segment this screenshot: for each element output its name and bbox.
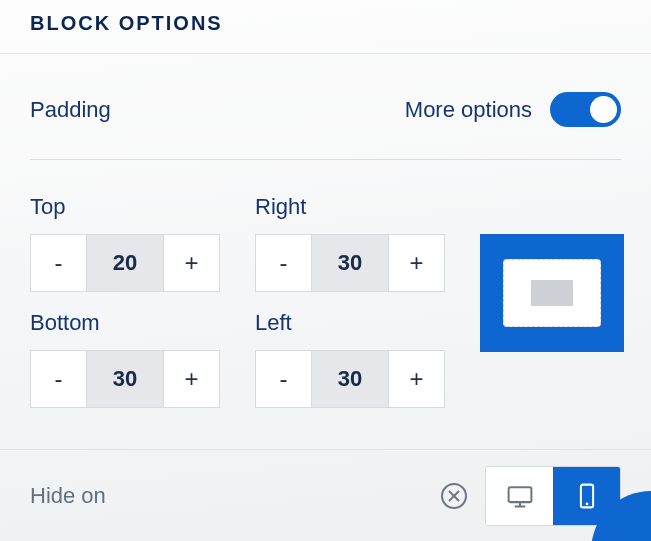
padding-preview	[480, 194, 624, 426]
padding-top-decrement[interactable]: -	[31, 235, 86, 291]
more-options-toggle[interactable]	[550, 92, 621, 127]
padding-top-value[interactable]: 20	[86, 235, 164, 291]
padding-top-increment[interactable]: +	[164, 235, 219, 291]
padding-bottom-stepper: - 30 +	[30, 350, 220, 408]
padding-bottom-cell: Bottom - 30 +	[30, 310, 255, 408]
desktop-icon	[506, 482, 534, 510]
padding-bottom-value[interactable]: 30	[86, 351, 164, 407]
padding-bottom-decrement[interactable]: -	[31, 351, 86, 407]
svg-point-6	[585, 502, 588, 505]
padding-row: Padding More options	[30, 92, 621, 160]
padding-left-cell: Left - 30 +	[255, 310, 480, 408]
mobile-icon	[573, 482, 601, 510]
padding-label: Padding	[30, 97, 111, 123]
padding-right-stepper: - 30 +	[255, 234, 445, 292]
more-options-label: More options	[405, 97, 532, 123]
padding-left-value[interactable]: 30	[311, 351, 389, 407]
padding-right-cell: Right - 30 +	[255, 194, 480, 292]
padding-right-value[interactable]: 30	[311, 235, 389, 291]
close-icon	[448, 490, 460, 502]
padding-right-increment[interactable]: +	[389, 235, 444, 291]
padding-top-label: Top	[30, 194, 255, 220]
padding-top-stepper: - 20 +	[30, 234, 220, 292]
padding-left-stepper: - 30 +	[255, 350, 445, 408]
padding-bottom-increment[interactable]: +	[164, 351, 219, 407]
panel-header: BLOCK OPTIONS	[0, 0, 651, 54]
svg-rect-2	[508, 487, 531, 502]
hide-on-label: Hide on	[30, 483, 106, 509]
device-desktop-tab[interactable]	[486, 467, 553, 525]
padding-left-increment[interactable]: +	[389, 351, 444, 407]
hide-on-row: Hide on	[0, 449, 651, 541]
padding-top-cell: Top - 20 +	[30, 194, 255, 292]
padding-left-decrement[interactable]: -	[256, 351, 311, 407]
padding-left-label: Left	[255, 310, 480, 336]
padding-right-decrement[interactable]: -	[256, 235, 311, 291]
clear-hide-button[interactable]	[441, 483, 467, 509]
panel-title: BLOCK OPTIONS	[30, 12, 621, 35]
padding-bottom-label: Bottom	[30, 310, 255, 336]
padding-right-label: Right	[255, 194, 480, 220]
